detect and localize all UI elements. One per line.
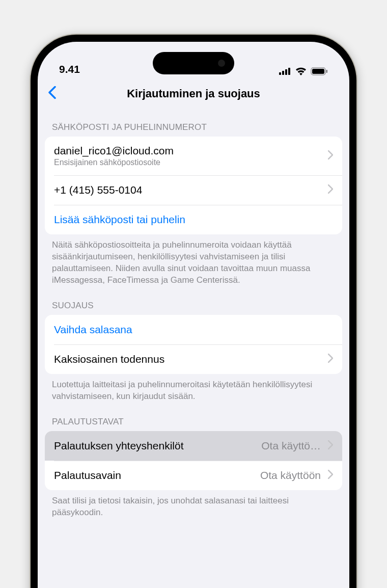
phone-number-value: +1 (415) 555-0104 bbox=[54, 184, 326, 196]
svg-rect-2 bbox=[285, 69, 287, 75]
section-header-security: SUOJAUS bbox=[38, 288, 349, 315]
change-password-label: Vaihda salasana bbox=[54, 324, 333, 336]
recovery-key-label: Palautusavain bbox=[54, 469, 260, 482]
phone-number-row[interactable]: +1 (415) 555-0104 bbox=[45, 175, 342, 205]
dynamic-island bbox=[153, 52, 234, 74]
section-footer-email-phone: Näitä sähköpostiosoitteita ja puhelinnum… bbox=[38, 234, 349, 288]
primary-email-sub: Ensisijainen sähköpostiosoite bbox=[54, 158, 326, 167]
recovery-group: Palautuksen yhteyshenkilöt Ota käyttö… P… bbox=[45, 431, 342, 490]
chevron-right-icon bbox=[328, 353, 333, 366]
page-title: Kirjautuminen ja suojaus bbox=[127, 87, 260, 100]
email-phone-group: daniel_rico1@icloud.com Ensisijainen säh… bbox=[45, 137, 342, 234]
section-footer-recovery: Saat tilisi ja tietosi takaisin, jos uno… bbox=[38, 490, 349, 521]
two-factor-label: Kaksiosainen todennus bbox=[54, 353, 326, 365]
phone-frame: 9.41 Kirjautuminen ja suo bbox=[31, 35, 356, 588]
recovery-key-value: Ota käyttöön bbox=[260, 469, 321, 482]
cellular-signal-icon bbox=[279, 68, 291, 75]
svg-rect-5 bbox=[312, 69, 324, 74]
back-button[interactable] bbox=[48, 85, 56, 103]
chevron-right-icon bbox=[328, 183, 333, 197]
svg-rect-1 bbox=[282, 71, 284, 75]
section-footer-security: Luotettuja laitteitasi ja puhelinnumeroi… bbox=[38, 374, 349, 405]
chevron-right-icon bbox=[328, 149, 333, 163]
chevron-right-icon bbox=[328, 439, 333, 452]
svg-rect-3 bbox=[288, 68, 290, 75]
settings-content: SÄHKÖPOSTI JA PUHELINNUMEROT daniel_rico… bbox=[38, 110, 349, 541]
recovery-contacts-value: Ota käyttö… bbox=[261, 440, 321, 452]
chevron-right-icon bbox=[328, 469, 333, 482]
nav-bar: Kirjautuminen ja suojaus bbox=[38, 77, 349, 110]
phone-screen: 9.41 Kirjautuminen ja suo bbox=[38, 42, 349, 588]
recovery-contacts-row[interactable]: Palautuksen yhteyshenkilöt Ota käyttö… bbox=[45, 431, 342, 461]
add-email-phone-row[interactable]: Lisää sähköposti tai puhelin bbox=[45, 205, 342, 234]
recovery-contacts-label: Palautuksen yhteyshenkilöt bbox=[54, 440, 261, 452]
security-group: Vaihda salasana Kaksiosainen todennus bbox=[45, 315, 342, 374]
add-email-phone-label: Lisää sähköposti tai puhelin bbox=[54, 213, 333, 226]
primary-email-row[interactable]: daniel_rico1@icloud.com Ensisijainen säh… bbox=[45, 137, 342, 175]
recovery-key-row[interactable]: Palautusavain Ota käyttöön bbox=[45, 461, 342, 490]
two-factor-row[interactable]: Kaksiosainen todennus bbox=[45, 344, 342, 374]
section-header-recovery: PALAUTUSTAVAT bbox=[38, 405, 349, 431]
section-header-email-phone: SÄHKÖPOSTI JA PUHELINNUMEROT bbox=[38, 110, 349, 137]
status-time: 9.41 bbox=[59, 63, 80, 75]
primary-email-value: daniel_rico1@icloud.com bbox=[54, 145, 326, 157]
svg-rect-6 bbox=[326, 70, 328, 73]
change-password-row[interactable]: Vaihda salasana bbox=[45, 315, 342, 344]
svg-rect-0 bbox=[279, 72, 281, 75]
wifi-icon bbox=[295, 67, 307, 75]
battery-icon bbox=[311, 67, 328, 75]
